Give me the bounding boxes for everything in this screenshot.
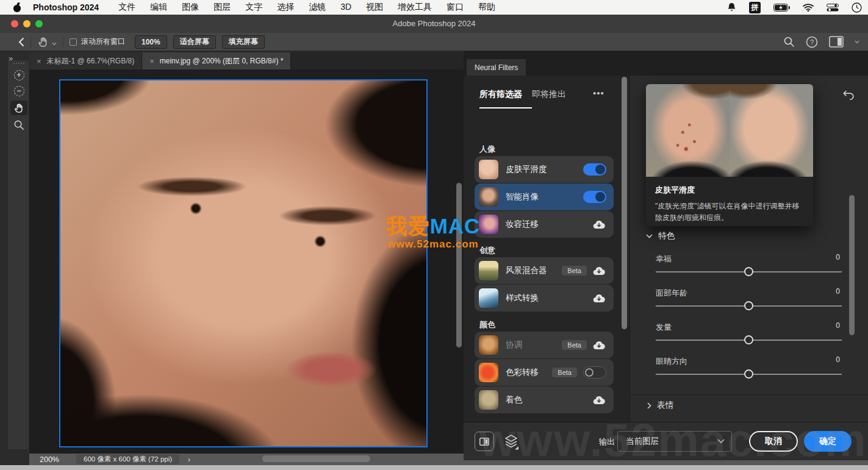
menu-layer[interactable]: 图层: [213, 2, 231, 13]
menu-3d[interactable]: 3D: [340, 2, 351, 13]
menu-file[interactable]: 文件: [118, 2, 135, 13]
cloud-download-icon[interactable]: [593, 340, 605, 350]
close-tab-icon[interactable]: ×: [149, 57, 154, 66]
filter-color-transfer[interactable]: 色彩转移 Beta: [475, 359, 614, 386]
toggle-off[interactable]: [583, 366, 606, 379]
filter-style-transfer[interactable]: 样式转换: [475, 285, 614, 312]
control-center-icon[interactable]: [827, 4, 839, 12]
filter-thumbnail: [479, 187, 498, 207]
doc-tab-meinv[interactable]: × meinv.jpg @ 200% (图层 0, RGB/8#) *: [142, 52, 291, 69]
filter-colorize[interactable]: 着色: [475, 386, 614, 413]
more-options-icon[interactable]: •••: [593, 88, 604, 98]
vertical-scrollbar[interactable]: [456, 183, 462, 347]
menu-image[interactable]: 图像: [182, 2, 199, 13]
battery-icon[interactable]: [773, 4, 790, 12]
neural-filters-footer: 输出 当前图层 取消 确定: [464, 422, 868, 460]
expression-section-header[interactable]: 表情: [647, 400, 673, 411]
filters-list-scrollbar[interactable]: [622, 77, 627, 329]
add-selection-tool[interactable]: +: [10, 68, 27, 82]
filter-thumbnail: [479, 390, 498, 410]
slider-thumb[interactable]: [744, 369, 753, 379]
reset-icon[interactable]: [842, 88, 856, 101]
canvas-photo[interactable]: [60, 80, 426, 446]
zoom-100-button[interactable]: 100%: [135, 35, 167, 49]
tab-coming-soon[interactable]: 即将推出: [532, 89, 566, 100]
menu-filter[interactable]: 滤镜: [309, 2, 326, 13]
filter-makeup-transfer[interactable]: 妆容迁移: [475, 211, 614, 238]
canvas-selection-border[interactable]: [59, 79, 428, 447]
neural-filters-panel-tab[interactable]: Neural Filters: [467, 59, 526, 76]
section-color: 颜色: [479, 319, 495, 330]
cloud-download-icon[interactable]: [593, 395, 605, 405]
menu-select[interactable]: 选择: [277, 2, 294, 13]
slider-value-hair-volume[interactable]: 0: [836, 321, 840, 330]
zoom-level[interactable]: 200%: [40, 455, 59, 464]
notification-bell-icon[interactable]: [727, 2, 736, 12]
chevron-down-icon[interactable]: [52, 42, 57, 46]
ok-button[interactable]: 确定: [804, 431, 852, 452]
close-tab-icon[interactable]: ×: [37, 57, 41, 66]
slider-thumb[interactable]: [744, 267, 753, 276]
cloud-download-icon[interactable]: [593, 219, 605, 229]
window-bottom-edge: [0, 465, 868, 470]
wifi-icon[interactable]: [803, 4, 814, 12]
status-chevron-icon[interactable]: ›: [188, 455, 190, 464]
filter-landscape-mixer[interactable]: 风景混合器 Beta: [475, 257, 614, 284]
horizontal-scrollbar[interactable]: [262, 455, 370, 462]
help-icon[interactable]: ?: [806, 36, 818, 48]
toggle-on[interactable]: [583, 191, 606, 203]
panel-grip[interactable]: [13, 63, 24, 65]
menu-window[interactable]: 窗口: [447, 2, 464, 13]
slider-eye-direction[interactable]: [656, 369, 842, 379]
toggle-on[interactable]: [583, 163, 606, 176]
filter-smart-portrait[interactable]: 智能肖像: [475, 183, 614, 210]
menu-view[interactable]: 视图: [366, 2, 383, 13]
fill-screen-button[interactable]: 填充屏幕: [222, 35, 265, 49]
document-info[interactable]: 600 像素 x 600 像素 (72 ppi): [76, 454, 179, 465]
filter-label: 智能肖像: [506, 191, 583, 202]
slider-thumb[interactable]: [744, 301, 753, 310]
menu-type[interactable]: 文字: [245, 2, 262, 13]
workspace-icon[interactable]: [829, 36, 844, 48]
filter-harmonization[interactable]: 协调 Beta: [475, 332, 614, 358]
settings-scrollbar[interactable]: [849, 195, 855, 335]
search-icon[interactable]: [783, 36, 795, 48]
slider-value-facial-age[interactable]: 0: [836, 287, 840, 296]
filter-label: 风景混合器: [506, 265, 562, 276]
menu-edit[interactable]: 编辑: [150, 2, 167, 13]
features-section-header[interactable]: 特色: [646, 230, 675, 241]
filter-label: 皮肤平滑度: [506, 164, 583, 175]
filter-skin-smoothing[interactable]: 皮肤平滑度: [475, 156, 614, 183]
hand-tool[interactable]: [10, 101, 27, 115]
menu-plugins[interactable]: 增效工具: [398, 2, 432, 13]
output-select[interactable]: 当前图层: [617, 431, 732, 452]
fit-screen-button[interactable]: 适合屏幕: [173, 35, 216, 49]
collapse-panel-icon[interactable]: »: [9, 54, 13, 63]
slider-happiness[interactable]: [656, 267, 842, 277]
layers-icon[interactable]: [504, 434, 518, 450]
slider-value-eye-direction[interactable]: 0: [836, 355, 840, 364]
slider-facial-age[interactable]: [656, 301, 842, 311]
menu-app-name[interactable]: Photoshop 2024: [33, 2, 99, 12]
hand-tool-icon[interactable]: [37, 36, 49, 48]
chevron-down-icon[interactable]: [855, 40, 859, 44]
back-chevron-icon[interactable]: [18, 37, 24, 47]
menu-help[interactable]: 帮助: [478, 2, 495, 13]
cloud-download-icon[interactable]: [593, 266, 605, 276]
cloud-download-icon[interactable]: [593, 293, 605, 303]
tab-all-filters[interactable]: 所有筛选器: [479, 89, 522, 100]
clock-icon[interactable]: [852, 2, 862, 13]
filter-label: 协调: [506, 340, 562, 351]
slider-hair-volume[interactable]: [656, 335, 842, 345]
zoom-tool[interactable]: [10, 118, 27, 132]
doc-tab-untitled[interactable]: × 未标题-1 @ 66.7%(RGB/8): [29, 52, 142, 69]
slider-thumb[interactable]: [744, 335, 753, 344]
scroll-all-windows-checkbox[interactable]: [70, 38, 77, 46]
subtract-selection-tool[interactable]: −: [10, 84, 27, 98]
apple-logo-icon[interactable]: [13, 3, 21, 12]
input-method-icon[interactable]: 拼: [749, 2, 761, 13]
document-tabbar: × 未标题-1 @ 66.7%(RGB/8) × meinv.jpg @ 200…: [29, 52, 464, 69]
split-preview-button[interactable]: [475, 432, 494, 451]
slider-value-happiness[interactable]: 0: [836, 253, 840, 262]
cancel-button[interactable]: 取消: [749, 431, 798, 452]
